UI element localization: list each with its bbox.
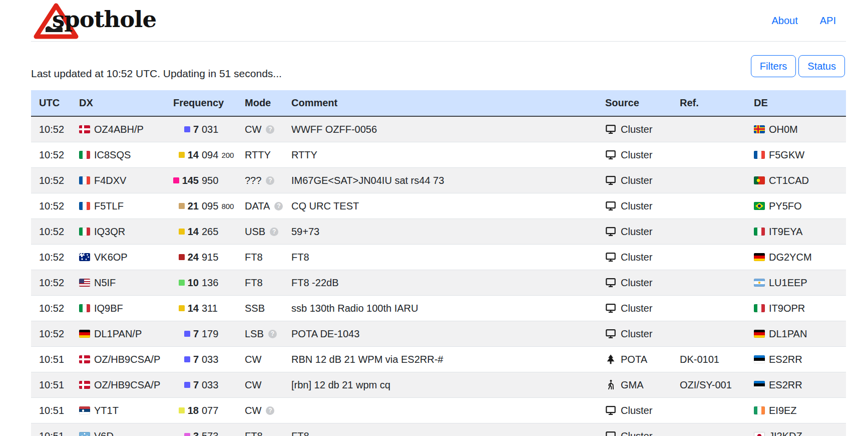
- mode-guess-help-icon[interactable]: ?: [270, 228, 278, 236]
- spot-utc: 10:51: [31, 405, 71, 416]
- spot-de-cell: EI9EZ: [746, 405, 846, 416]
- spot-dx-cell: F4DXV: [71, 175, 165, 186]
- spot-source-cell: Cluster: [597, 405, 672, 416]
- spot-de-callsign: ES2RR: [769, 379, 802, 391]
- frequency-mhz-group: 7: [165, 354, 199, 365]
- frequency-mhz-group: 14: [165, 149, 199, 161]
- nav-link-api[interactable]: API: [820, 15, 836, 27]
- mode-guess-help-icon[interactable]: ?: [266, 125, 274, 134]
- monitor-icon: [605, 303, 616, 314]
- frequency-mhz-group: 21: [165, 200, 199, 212]
- spot-dx-callsign: V6D: [94, 430, 114, 436]
- flag-it-icon: [79, 151, 90, 159]
- frequency-mhz-group: 7: [165, 379, 199, 391]
- spot-source-cell: Cluster: [597, 277, 672, 289]
- spot-mode: FT8: [245, 430, 263, 436]
- frequency-khz: 136: [202, 277, 218, 289]
- spothole-logo[interactable]: spothole: [31, 0, 231, 41]
- monitor-icon: [605, 200, 616, 211]
- monitor-icon: [605, 252, 616, 263]
- frequency-mhz-group: 24: [165, 252, 199, 263]
- spot-de-callsign: DG2YCM: [769, 252, 812, 263]
- mode-guess-help-icon[interactable]: ?: [268, 330, 277, 338]
- frequency-khz: 179: [202, 328, 218, 340]
- spots-table: UTC DX Frequency Mode Comment Source Ref…: [31, 90, 846, 436]
- mode-guess-help-icon[interactable]: ?: [266, 406, 274, 415]
- spot-source-label: Cluster: [621, 328, 652, 340]
- monitor-icon: [605, 405, 616, 416]
- monitor-icon: [605, 149, 616, 160]
- flag-it-icon: [754, 304, 765, 312]
- frequency-khz: 033: [202, 379, 218, 391]
- frequency-khz: 094: [202, 149, 218, 161]
- table-row: 10:51V6D3573FT8FT8ClusterJI2KDZ: [31, 423, 846, 436]
- spot-dx-callsign: YT1T: [94, 405, 119, 416]
- spot-de-cell: F5GKW: [746, 149, 846, 161]
- spot-source-label: Cluster: [621, 124, 652, 135]
- spot-dx-cell: V6D: [71, 430, 165, 436]
- spot-mode: CW: [245, 379, 261, 391]
- spot-frequency-cell: 10136: [165, 277, 237, 289]
- table-row: 10:52F5TLF21095800DATA?CQ URC TESTCluste…: [31, 193, 846, 219]
- spot-source-label: Cluster: [621, 405, 652, 416]
- spot-de-cell: IT9OPR: [746, 303, 846, 314]
- table-header-row: UTC DX Frequency Mode Comment Source Ref…: [31, 90, 846, 117]
- mode-guess-help-icon[interactable]: ?: [266, 176, 274, 185]
- col-header-dx: DX: [71, 97, 165, 109]
- spot-utc: 10:51: [31, 430, 71, 436]
- spot-frequency-cell: 21095800: [165, 200, 237, 212]
- spot-dx-cell: OZ4ABH/P: [71, 124, 165, 135]
- frequency-khz: 311: [202, 303, 218, 314]
- spot-utc: 10:51: [31, 354, 71, 365]
- spot-de-cell: DL1PAN: [746, 328, 846, 340]
- spot-mode-cell: CW: [237, 379, 283, 391]
- mode-guess-help-icon[interactable]: ?: [274, 202, 283, 210]
- flag-dk-icon: [79, 125, 90, 133]
- spot-de-callsign: EI9EZ: [769, 405, 797, 416]
- spot-source-cell: Cluster: [597, 175, 672, 186]
- band-color-square: [184, 356, 190, 362]
- spot-source-label: Cluster: [621, 149, 652, 161]
- filters-button[interactable]: Filters: [751, 55, 796, 77]
- flag-it-icon: [79, 228, 90, 236]
- spot-comment: [rbn] 12 db 21 wpm cq: [283, 379, 597, 391]
- toolbar-buttons: Filters Status: [751, 55, 845, 77]
- spot-utc: 10:52: [31, 277, 71, 289]
- frequency-mhz: 14: [188, 303, 199, 314]
- spot-frequency-cell: 14094200: [165, 149, 237, 161]
- spot-dx-cell: IQ3QR: [71, 226, 165, 238]
- frequency-khz: 950: [202, 175, 218, 186]
- table-row: 10:52N5IF10136FT8FT8 -22dBClusterLU1EEP: [31, 270, 846, 296]
- spot-comment: FT8: [283, 430, 597, 436]
- flag-fm-icon: [79, 432, 90, 436]
- monitor-icon: [605, 124, 616, 135]
- status-button[interactable]: Status: [798, 55, 845, 77]
- spot-mode-cell: LSB?: [237, 328, 283, 340]
- spot-frequency-cell: 24915: [165, 252, 237, 263]
- spot-ref: DK-0101: [672, 354, 746, 365]
- nav-link-about[interactable]: About: [771, 15, 797, 27]
- monitor-icon: [605, 430, 616, 436]
- spot-utc: 10:52: [31, 200, 71, 212]
- spot-mode-cell: CW?: [237, 405, 283, 416]
- spot-utc: 10:51: [31, 379, 71, 391]
- flag-de-icon: [79, 330, 90, 338]
- spot-source-label: Cluster: [621, 226, 652, 238]
- frequency-khz: 573: [202, 430, 218, 436]
- band-color-square: [179, 280, 185, 286]
- spot-frequency-cell: 7031: [165, 124, 237, 135]
- spot-frequency-cell: 18077: [165, 405, 237, 416]
- spot-de-callsign: OH0M: [769, 124, 798, 135]
- monitor-icon: [605, 175, 616, 186]
- spot-frequency-cell: 14311: [165, 303, 237, 314]
- flag-ee-icon: [754, 381, 765, 389]
- spot-mode-cell: FT8: [237, 277, 283, 289]
- flag-ar-icon: [754, 279, 765, 287]
- band-color-square: [173, 177, 179, 183]
- flag-ax-icon: [754, 125, 765, 133]
- frequency-mhz: 3: [193, 430, 199, 436]
- frequency-mhz-group: 7: [165, 328, 199, 340]
- band-color-square: [184, 433, 190, 436]
- spot-rows: 10:52OZ4ABH/P7031CW?WWFF OZFF-0056Cluste…: [31, 117, 846, 436]
- spot-mode: LSB: [245, 328, 264, 340]
